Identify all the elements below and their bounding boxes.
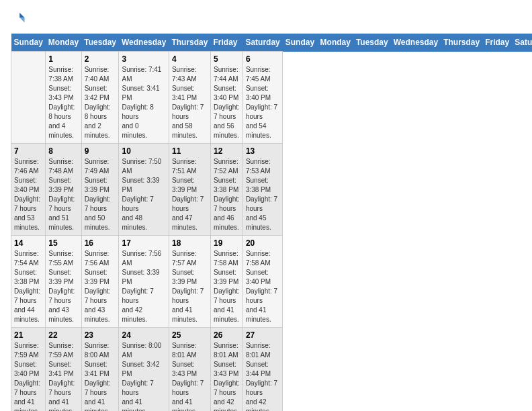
header-tuesday: Tuesday [81,34,119,52]
logo-icon [11,11,26,26]
day-number: 18 [172,238,208,248]
calendar-cell: 4Sunrise: 7:43 AMSunset: 3:41 PMDaylight… [169,52,210,144]
calendar-cell: 12Sunrise: 7:52 AMSunset: 3:38 PMDayligh… [210,144,242,236]
col-header-friday: Friday [482,34,512,52]
day-number: 5 [214,54,240,64]
day-info: Sunrise: 7:59 AMSunset: 3:41 PMDaylight:… [48,341,78,411]
calendar-cell: 25Sunrise: 8:01 AMSunset: 3:43 PMDayligh… [169,328,210,412]
day-number: 7 [14,146,42,156]
day-info: Sunrise: 8:01 AMSunset: 3:43 PMDaylight:… [172,341,208,411]
calendar-cell: 7Sunrise: 7:46 AMSunset: 3:40 PMDaylight… [11,144,46,236]
day-info: Sunrise: 7:50 AMSunset: 3:39 PMDaylight:… [122,157,165,232]
calendar-cell: 2Sunrise: 7:40 AMSunset: 3:42 PMDaylight… [81,52,119,144]
calendar-cell: 13Sunrise: 7:53 AMSunset: 3:38 PMDayligh… [242,144,282,236]
calendar-cell: 20Sunrise: 7:58 AMSunset: 3:40 PMDayligh… [242,236,282,328]
day-number: 22 [48,330,78,340]
day-info: Sunrise: 7:38 AMSunset: 3:43 PMDaylight:… [48,65,78,140]
day-info: Sunrise: 7:40 AMSunset: 3:42 PMDaylight:… [85,65,116,140]
day-number: 21 [14,330,42,340]
day-number: 25 [172,330,208,340]
calendar-cell: 11Sunrise: 7:51 AMSunset: 3:39 PMDayligh… [169,144,210,236]
calendar-cell: 16Sunrise: 7:56 AMSunset: 3:39 PMDayligh… [81,236,119,328]
calendar-cell: 21Sunrise: 7:59 AMSunset: 3:40 PMDayligh… [11,328,46,412]
header-monday: Monday [46,34,81,52]
day-number: 9 [85,146,116,156]
calendar-cell: 27Sunrise: 8:01 AMSunset: 3:44 PMDayligh… [242,328,282,412]
day-info: Sunrise: 7:45 AMSunset: 3:40 PMDaylight:… [246,65,279,140]
day-number: 20 [246,238,279,248]
calendar-cell: 1Sunrise: 7:38 AMSunset: 3:43 PMDaylight… [46,52,81,144]
col-header-monday: Monday [318,34,353,52]
day-info: Sunrise: 7:58 AMSunset: 3:39 PMDaylight:… [214,249,240,324]
week-row-1: 1Sunrise: 7:38 AMSunset: 3:43 PMDaylight… [11,52,533,144]
calendar-cell: 9Sunrise: 7:49 AMSunset: 3:39 PMDaylight… [81,144,119,236]
week-row-4: 21Sunrise: 7:59 AMSunset: 3:40 PMDayligh… [11,328,533,412]
day-number: 10 [122,146,165,156]
day-info: Sunrise: 7:43 AMSunset: 3:41 PMDaylight:… [172,65,208,140]
day-info: Sunrise: 7:49 AMSunset: 3:39 PMDaylight:… [85,157,116,232]
col-header-wednesday: Wednesday [391,34,441,52]
day-info: Sunrise: 7:52 AMSunset: 3:38 PMDaylight:… [214,157,240,232]
calendar-cell: 15Sunrise: 7:55 AMSunset: 3:39 PMDayligh… [46,236,81,328]
calendar-cell: 18Sunrise: 7:57 AMSunset: 3:39 PMDayligh… [169,236,210,328]
week-row-3: 14Sunrise: 7:54 AMSunset: 3:38 PMDayligh… [11,236,533,328]
day-number: 11 [172,146,208,156]
calendar-cell: 26Sunrise: 8:01 AMSunset: 3:43 PMDayligh… [210,328,242,412]
day-info: Sunrise: 7:53 AMSunset: 3:38 PMDaylight:… [246,157,279,232]
calendar-cell: 6Sunrise: 7:45 AMSunset: 3:40 PMDaylight… [242,52,282,144]
day-info: Sunrise: 8:00 AMSunset: 3:42 PMDaylight:… [122,341,165,411]
day-info: Sunrise: 7:55 AMSunset: 3:39 PMDaylight:… [48,249,78,324]
day-info: Sunrise: 7:44 AMSunset: 3:40 PMDaylight:… [214,65,240,140]
calendar-cell [11,52,46,144]
day-number: 19 [214,238,240,248]
day-number: 14 [14,238,42,248]
day-info: Sunrise: 7:59 AMSunset: 3:40 PMDaylight:… [14,341,42,411]
header-saturday: Saturday [242,34,282,52]
calendar-cell: 10Sunrise: 7:50 AMSunset: 3:39 PMDayligh… [119,144,169,236]
day-number: 2 [85,54,116,64]
day-info: Sunrise: 7:56 AMSunset: 3:39 PMDaylight:… [85,249,116,324]
calendar-cell: 24Sunrise: 8:00 AMSunset: 3:42 PMDayligh… [119,328,169,412]
calendar-cell: 5Sunrise: 7:44 AMSunset: 3:40 PMDaylight… [210,52,242,144]
day-number: 13 [246,146,279,156]
day-number: 24 [122,330,165,340]
col-header-thursday: Thursday [441,34,482,52]
calendar-cell: 8Sunrise: 7:48 AMSunset: 3:39 PMDaylight… [46,144,81,236]
day-number: 17 [122,238,165,248]
calendar-cell: 22Sunrise: 7:59 AMSunset: 3:41 PMDayligh… [46,328,81,412]
col-header-sunday: Sunday [283,34,318,52]
day-number: 8 [48,146,78,156]
day-info: Sunrise: 8:01 AMSunset: 3:43 PMDaylight:… [214,341,240,411]
day-info: Sunrise: 7:41 AMSunset: 3:41 PMDaylight:… [122,65,165,140]
day-number: 4 [172,54,208,64]
day-number: 1 [48,54,78,64]
col-header-saturday: Saturday [512,34,532,52]
logo [11,11,27,28]
col-header-tuesday: Tuesday [353,34,391,52]
day-info: Sunrise: 8:01 AMSunset: 3:44 PMDaylight:… [246,341,279,411]
calendar-cell: 23Sunrise: 8:00 AMSunset: 3:41 PMDayligh… [81,328,119,412]
day-number: 6 [246,54,279,64]
week-row-2: 7Sunrise: 7:46 AMSunset: 3:40 PMDaylight… [11,144,533,236]
calendar-cell: 17Sunrise: 7:56 AMSunset: 3:39 PMDayligh… [119,236,169,328]
header [11,11,521,28]
calendar-cell: 3Sunrise: 7:41 AMSunset: 3:41 PMDaylight… [119,52,169,144]
calendar-cell: 19Sunrise: 7:58 AMSunset: 3:39 PMDayligh… [210,236,242,328]
day-number: 3 [122,54,165,64]
day-info: Sunrise: 7:54 AMSunset: 3:38 PMDaylight:… [14,249,42,324]
header-sunday: Sunday [11,34,46,52]
day-number: 26 [214,330,240,340]
header-thursday: Thursday [169,34,210,52]
header-wednesday: Wednesday [119,34,169,52]
day-info: Sunrise: 7:48 AMSunset: 3:39 PMDaylight:… [48,157,78,232]
day-number: 12 [214,146,240,156]
day-number: 16 [85,238,116,248]
svg-marker-0 [19,13,24,17]
calendar-header-row: SundayMondayTuesdayWednesdayThursdayFrid… [11,34,533,52]
header-friday: Friday [210,34,242,52]
day-info: Sunrise: 7:46 AMSunset: 3:40 PMDaylight:… [14,157,42,232]
day-number: 27 [246,330,279,340]
day-info: Sunrise: 7:57 AMSunset: 3:39 PMDaylight:… [172,249,208,324]
calendar-cell: 14Sunrise: 7:54 AMSunset: 3:38 PMDayligh… [11,236,46,328]
svg-marker-1 [19,17,24,22]
